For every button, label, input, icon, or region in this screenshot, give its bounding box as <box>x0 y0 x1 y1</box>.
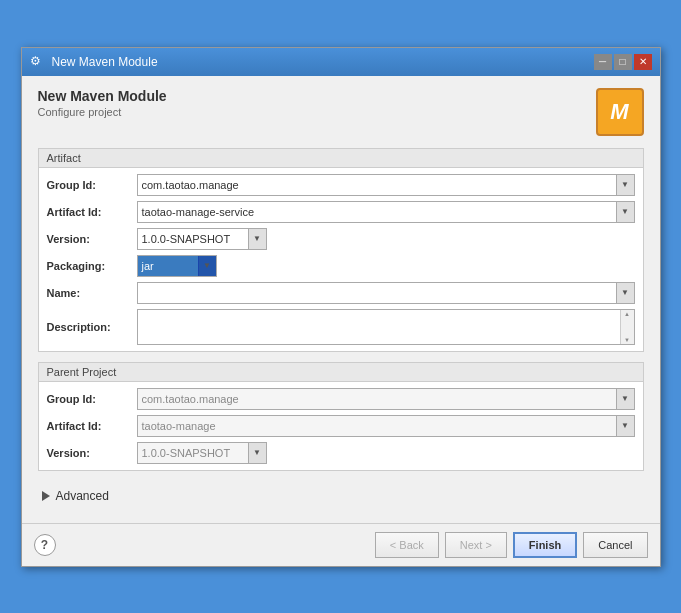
group-id-label: Group Id: <box>47 179 137 191</box>
artifact-id-arrow-icon[interactable]: ▼ <box>616 202 634 222</box>
parent-section-header: Parent Project <box>39 363 643 382</box>
parent-section: Parent Project Group Id: com.taotao.mana… <box>38 362 644 471</box>
scroll-up-icon[interactable]: ▲ <box>624 311 630 317</box>
maximize-button[interactable]: □ <box>614 54 632 70</box>
description-label: Description: <box>47 321 137 333</box>
version-select[interactable]: 1.0.0-SNAPSHOT ▼ <box>137 228 267 250</box>
advanced-label[interactable]: Advanced <box>56 489 109 503</box>
parent-version-arrow-icon: ▼ <box>248 443 266 463</box>
description-value[interactable] <box>138 310 620 344</box>
name-label: Name: <box>47 287 137 299</box>
dialog-subtitle: Configure project <box>38 106 167 118</box>
group-id-control: com.taotao.manage ▼ <box>137 174 635 196</box>
dialog-content: New Maven Module Configure project M Art… <box>22 76 660 523</box>
parent-artifact-id-row: Artifact Id: taotao-manage ▼ <box>47 415 635 437</box>
packaging-select[interactable]: jar ▼ <box>137 255 217 277</box>
close-button[interactable]: ✕ <box>634 54 652 70</box>
footer-right: < Back Next > Finish Cancel <box>375 532 648 558</box>
minimize-button[interactable]: ─ <box>594 54 612 70</box>
parent-group-id-select: com.taotao.manage ▼ <box>137 388 635 410</box>
group-id-value: com.taotao.manage <box>138 177 616 193</box>
version-arrow-icon[interactable]: ▼ <box>248 229 266 249</box>
next-button[interactable]: Next > <box>445 532 507 558</box>
group-id-select[interactable]: com.taotao.manage ▼ <box>137 174 635 196</box>
parent-version-label: Version: <box>47 447 137 459</box>
cancel-button[interactable]: Cancel <box>583 532 647 558</box>
artifact-section-body: Group Id: com.taotao.manage ▼ Artifact I… <box>39 168 643 351</box>
parent-version-control: 1.0.0-SNAPSHOT ▼ <box>137 442 635 464</box>
description-textarea[interactable]: ▲ ▼ <box>137 309 635 345</box>
artifact-section: Artifact Group Id: com.taotao.manage ▼ A… <box>38 148 644 352</box>
parent-group-id-arrow-icon: ▼ <box>616 389 634 409</box>
version-control: 1.0.0-SNAPSHOT ▼ <box>137 228 635 250</box>
dialog-header-text: New Maven Module Configure project <box>38 88 167 118</box>
dialog-icon: ⚙ <box>30 54 46 70</box>
parent-artifact-id-value: taotao-manage <box>138 418 616 434</box>
name-control: ▼ <box>137 282 635 304</box>
title-bar-controls: ─ □ ✕ <box>594 54 652 70</box>
dialog-title: New Maven Module <box>38 88 167 104</box>
description-control: ▲ ▼ <box>137 309 635 345</box>
packaging-value: jar <box>138 258 198 274</box>
parent-group-id-control: com.taotao.manage ▼ <box>137 388 635 410</box>
artifact-id-row: Artifact Id: taotao-manage-service ▼ <box>47 201 635 223</box>
name-select[interactable]: ▼ <box>137 282 635 304</box>
artifact-section-header: Artifact <box>39 149 643 168</box>
parent-group-id-label: Group Id: <box>47 393 137 405</box>
advanced-expand-icon[interactable] <box>42 491 50 501</box>
packaging-control: jar ▼ <box>137 255 635 277</box>
parent-artifact-id-control: taotao-manage ▼ <box>137 415 635 437</box>
packaging-label: Packaging: <box>47 260 137 272</box>
advanced-section[interactable]: Advanced <box>38 481 644 511</box>
finish-button[interactable]: Finish <box>513 532 577 558</box>
title-bar: ⚙ New Maven Module ─ □ ✕ <box>22 48 660 76</box>
artifact-id-control: taotao-manage-service ▼ <box>137 201 635 223</box>
parent-group-id-value: com.taotao.manage <box>138 391 616 407</box>
title-bar-title: New Maven Module <box>52 55 158 69</box>
name-row: Name: ▼ <box>47 282 635 304</box>
group-id-arrow-icon[interactable]: ▼ <box>616 175 634 195</box>
packaging-row: Packaging: jar ▼ <box>47 255 635 277</box>
packaging-arrow-icon[interactable]: ▼ <box>198 256 216 276</box>
dialog-header: New Maven Module Configure project M <box>38 88 644 136</box>
parent-version-row: Version: 1.0.0-SNAPSHOT ▼ <box>47 442 635 464</box>
footer-left: ? <box>34 534 56 556</box>
parent-group-id-row: Group Id: com.taotao.manage ▼ <box>47 388 635 410</box>
description-scrollbar[interactable]: ▲ ▼ <box>620 310 634 344</box>
parent-version-value: 1.0.0-SNAPSHOT <box>138 445 248 461</box>
parent-artifact-id-select: taotao-manage ▼ <box>137 415 635 437</box>
maven-icon: M <box>596 88 644 136</box>
description-row: Description: ▲ ▼ <box>47 309 635 345</box>
dialog: ⚙ New Maven Module ─ □ ✕ New Maven Modul… <box>21 47 661 567</box>
version-label: Version: <box>47 233 137 245</box>
title-bar-left: ⚙ New Maven Module <box>30 54 158 70</box>
name-value <box>138 291 616 295</box>
parent-artifact-id-arrow-icon: ▼ <box>616 416 634 436</box>
group-id-row: Group Id: com.taotao.manage ▼ <box>47 174 635 196</box>
artifact-id-label: Artifact Id: <box>47 206 137 218</box>
parent-version-select: 1.0.0-SNAPSHOT ▼ <box>137 442 267 464</box>
parent-artifact-id-label: Artifact Id: <box>47 420 137 432</box>
artifact-id-select[interactable]: taotao-manage-service ▼ <box>137 201 635 223</box>
version-row: Version: 1.0.0-SNAPSHOT ▼ <box>47 228 635 250</box>
parent-section-body: Group Id: com.taotao.manage ▼ Artifact I… <box>39 382 643 470</box>
scroll-down-icon[interactable]: ▼ <box>624 337 630 343</box>
name-arrow-icon[interactable]: ▼ <box>616 283 634 303</box>
back-button[interactable]: < Back <box>375 532 439 558</box>
artifact-id-value: taotao-manage-service <box>138 204 616 220</box>
help-button[interactable]: ? <box>34 534 56 556</box>
version-value: 1.0.0-SNAPSHOT <box>138 231 248 247</box>
dialog-footer: ? < Back Next > Finish Cancel <box>22 523 660 566</box>
